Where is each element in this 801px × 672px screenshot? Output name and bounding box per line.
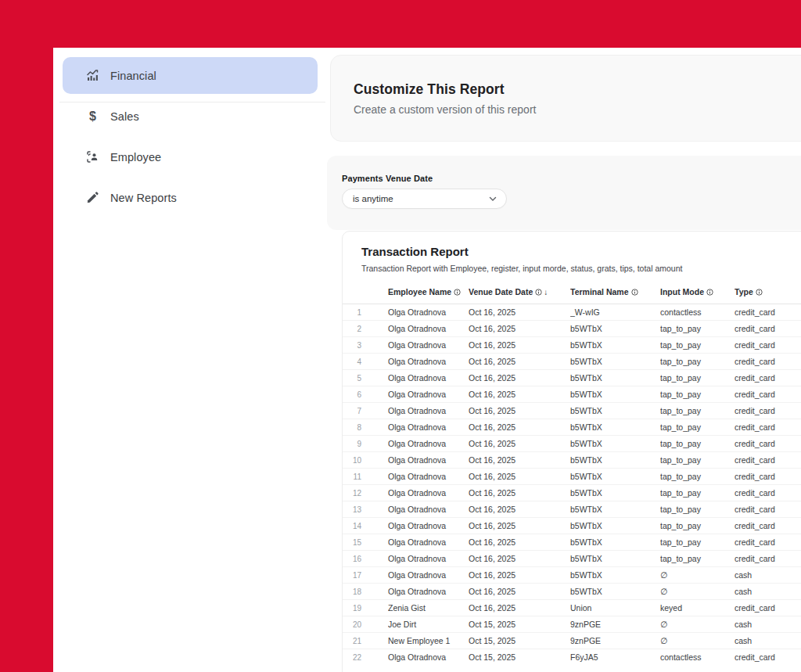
cell-date: Oct 16, 2025 [469, 419, 570, 436]
column-header-type[interactable]: Type [735, 284, 801, 304]
table-row: 10Olga OtradnovaOct 16, 2025b5WTbXtap_to… [343, 452, 801, 469]
cell-date: Oct 16, 2025 [469, 321, 570, 337]
sort-desc-icon: ↓ [544, 288, 548, 296]
cell-date: Oct 16, 2025 [469, 337, 570, 354]
cell-input: tap_to_pay [660, 501, 735, 518]
cell-type: credit_card [735, 469, 801, 485]
cell-employee: Olga Otradnova [388, 534, 469, 551]
cell-employee: Olga Otradnova [388, 386, 469, 403]
table-row: 17Olga OtradnovaOct 16, 2025b5WTbX∅cash [343, 567, 801, 584]
cell-num: 3 [343, 337, 388, 354]
cell-num: 19 [343, 600, 388, 616]
cell-num: 4 [343, 354, 388, 370]
cell-employee: Olga Otradnova [388, 436, 469, 452]
cell-terminal: _W-wIG [570, 304, 660, 321]
info-icon[interactable] [756, 288, 763, 297]
cell-type: credit_card [735, 354, 801, 370]
dollar-icon: $ [85, 109, 100, 124]
cell-num: 12 [343, 485, 388, 501]
cell-date: Oct 16, 2025 [469, 403, 570, 419]
column-label: Venue Date Date [469, 287, 533, 296]
cell-date: Oct 16, 2025 [469, 485, 570, 501]
sidebar: Financial$SalesEmployeeNew Reports [53, 48, 329, 672]
cell-type: credit_card [735, 386, 801, 403]
cell-num: 17 [343, 567, 388, 584]
cell-input: ∅ [660, 584, 735, 600]
cell-employee: New Employee 1 [388, 633, 469, 649]
transaction-report-card: Transaction Report Transaction Report wi… [342, 231, 801, 672]
cell-employee: Olga Otradnova [388, 403, 469, 419]
table-row: 16Olga OtradnovaOct 16, 2025b5WTbXtap_to… [343, 551, 801, 567]
table-row: 13Olga OtradnovaOct 16, 2025b5WTbXtap_to… [343, 501, 801, 518]
cell-terminal: b5WTbX [570, 534, 660, 551]
cell-employee: Olga Otradnova [388, 584, 469, 600]
cell-type: credit_card [735, 649, 801, 666]
cell-num: 6 [343, 386, 388, 403]
cell-input: tap_to_pay [660, 436, 735, 452]
table-row: 20Joe DirtOct 15, 20259znPGE∅cash [343, 616, 801, 633]
info-icon[interactable] [706, 288, 713, 297]
cell-input: contactless [660, 649, 735, 666]
sidebar-item-financial[interactable]: Financial [63, 57, 318, 94]
sidebar-item-sales[interactable]: $Sales [63, 98, 318, 135]
cell-type: credit_card [735, 370, 801, 386]
sidebar-item-employee[interactable]: Employee [63, 138, 318, 175]
info-icon[interactable] [631, 288, 638, 297]
cell-employee: Olga Otradnova [388, 649, 469, 666]
table-row: 14Olga OtradnovaOct 16, 2025b5WTbXtap_to… [343, 518, 801, 534]
report-subtitle: Transaction Report with Employee, regist… [361, 264, 801, 273]
column-label: Type [735, 287, 753, 296]
cell-input: tap_to_pay [660, 354, 735, 370]
cell-employee: Olga Otradnova [388, 452, 469, 469]
customize-report-card: Customize This Report Create a custom ve… [330, 55, 801, 142]
venue-date-dropdown[interactable]: is anytime [342, 189, 507, 209]
cell-type: cash [735, 633, 801, 649]
people-icon [85, 149, 100, 164]
app-content: Financial$SalesEmployeeNew Reports Custo… [53, 48, 801, 672]
cell-date: Oct 16, 2025 [469, 436, 570, 452]
cell-num: 14 [343, 518, 388, 534]
cell-input: tap_to_pay [660, 419, 735, 436]
cell-num: 7 [343, 403, 388, 419]
cell-type: cash [735, 616, 801, 633]
main-panel: Customize This Report Create a custom ve… [329, 48, 801, 672]
table-row: 6Olga OtradnovaOct 16, 2025b5WTbXtap_to_… [343, 386, 801, 403]
cell-terminal: b5WTbX [570, 321, 660, 337]
table-row: 12Olga OtradnovaOct 16, 2025b5WTbXtap_to… [343, 485, 801, 501]
cell-terminal: b5WTbX [570, 337, 660, 354]
cell-input: ∅ [660, 616, 735, 633]
chevron-down-icon [489, 196, 497, 202]
cell-date: Oct 16, 2025 [469, 354, 570, 370]
column-header-employee-name[interactable]: Employee Name [388, 284, 469, 304]
dropdown-value: is anytime [353, 194, 393, 203]
cell-terminal: F6yJA5 [570, 649, 660, 666]
cell-terminal: b5WTbX [570, 551, 660, 567]
cell-type: credit_card [735, 337, 801, 354]
column-header-terminal-name[interactable]: Terminal Name [570, 284, 660, 304]
column-label: Terminal Name [570, 287, 629, 296]
column-header-input-mode[interactable]: Input Mode [660, 284, 735, 304]
cell-employee: Olga Otradnova [388, 567, 469, 584]
cell-type: cash [735, 567, 801, 584]
info-icon[interactable] [454, 288, 461, 297]
cell-input: contactless [660, 304, 735, 321]
cell-date: Oct 16, 2025 [469, 518, 570, 534]
sidebar-item-label: Sales [110, 110, 139, 123]
cell-type: credit_card [735, 452, 801, 469]
sidebar-item-new-reports[interactable]: New Reports [63, 179, 318, 216]
cell-date: Oct 15, 2025 [469, 633, 570, 649]
table-row: 9Olga OtradnovaOct 16, 2025b5WTbXtap_to_… [343, 436, 801, 452]
cell-input: tap_to_pay [660, 403, 735, 419]
cell-date: Oct 16, 2025 [469, 534, 570, 551]
cell-terminal: b5WTbX [570, 386, 660, 403]
column-header-venue-date-date[interactable]: Venue Date Date↓ [469, 284, 570, 304]
cell-date: Oct 16, 2025 [469, 584, 570, 600]
cell-input: tap_to_pay [660, 337, 735, 354]
cell-num: 9 [343, 436, 388, 452]
cell-type: cash [735, 584, 801, 600]
row-number-header [343, 284, 388, 304]
cell-terminal: Union [570, 600, 660, 616]
cell-num: 11 [343, 469, 388, 485]
cell-input: tap_to_pay [660, 321, 735, 337]
info-icon[interactable] [535, 288, 542, 297]
